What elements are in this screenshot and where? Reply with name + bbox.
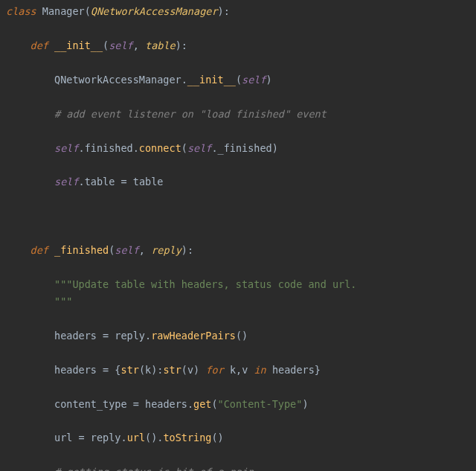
headers-var: headers (54, 330, 97, 342)
class-name: Manager (42, 5, 85, 17)
finished-prop: finished (85, 142, 133, 154)
kw-def: def (30, 39, 48, 51)
param-reply: reply (151, 244, 181, 256)
get-call: get (193, 398, 211, 410)
init-method: __init__ (54, 39, 103, 51)
param-self: self (109, 39, 133, 51)
url-call: url (127, 432, 145, 443)
docstring: """Update table with headers, status cod… (54, 278, 356, 290)
kw-class: class (6, 5, 36, 17)
url-var: url (54, 432, 72, 443)
content-type-str: "Content-Type" (218, 398, 303, 410)
code-block: class Manager(QNetworkAccessManager): de… (0, 0, 476, 471)
base-init-obj: QNetworkAccessManager (54, 74, 181, 86)
tostring-call: toString (163, 432, 211, 443)
table-rhs: table (133, 176, 164, 188)
finished-cb: _finished (218, 142, 272, 154)
raw-header-call: rawHeaderPairs (151, 330, 236, 342)
table-prop: table (85, 176, 115, 188)
docstring-end: """ (54, 295, 72, 307)
comment-event: # add event listener on "load finished" … (54, 108, 327, 120)
content-type-var: content_type (54, 398, 127, 410)
param-table: table (145, 39, 176, 51)
finished-method: _finished (54, 244, 109, 256)
base-init-call: __init__ (187, 74, 236, 86)
comment-status: # getting status is bit of a pain (54, 466, 254, 471)
connect-call: connect (139, 142, 181, 154)
base-class: QNetworkAccessManager (91, 5, 218, 17)
